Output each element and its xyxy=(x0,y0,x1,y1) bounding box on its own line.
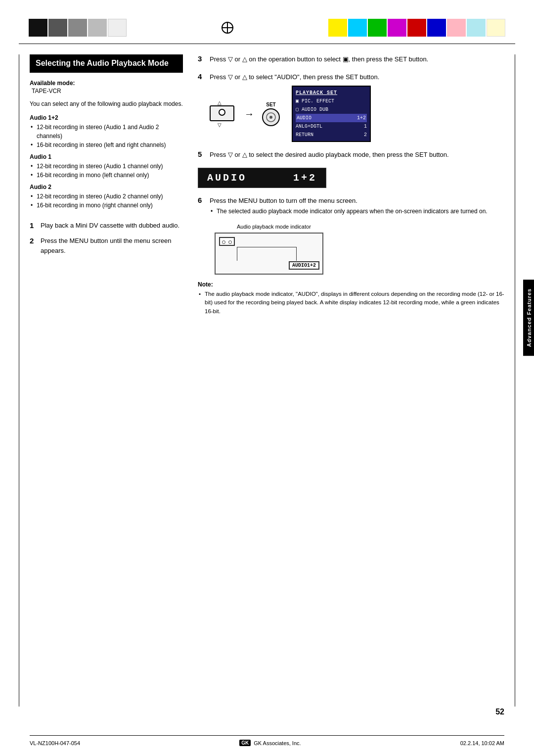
footer-center: GK GK Associates, Inc. xyxy=(239,740,301,746)
menu-row-anlg-label: ANLG+DGTL xyxy=(296,122,322,131)
step-4-block: 4 Press ▽ or △ to select "AUDIO", then p… xyxy=(198,72,504,142)
step-2-number: 2 xyxy=(30,236,38,245)
set-circle-button xyxy=(262,108,280,126)
step-4-number: 4 xyxy=(198,72,206,81)
step-5-number: 5 xyxy=(198,150,206,158)
crosshair-icon xyxy=(221,21,234,35)
section-title: Selecting the Audio Playback Mode xyxy=(36,58,177,69)
step-3-number: 3 xyxy=(198,54,206,63)
step-5-block: 5 Press ▽ or △ to select the desired aud… xyxy=(198,150,504,160)
indicator-label: Audio playback mode indicator xyxy=(237,224,504,230)
audio-mode-bullets-1plus2: 12-bit recording in stereo (Audio 1 and … xyxy=(30,123,183,149)
line-top xyxy=(237,247,297,247)
svg-point-4 xyxy=(269,116,272,119)
step-1-text: Play back a Mini DV cassette with dubbed… xyxy=(41,221,183,231)
audio-mode-bullets-1: 12-bit recording in stereo (Audio 1 chan… xyxy=(30,162,183,180)
note-section: Note: The audio playback mode indicator,… xyxy=(198,281,504,316)
set-button-area: SET xyxy=(262,102,280,126)
cb-darkgray xyxy=(48,19,67,37)
step-6-number: 6 xyxy=(198,196,206,204)
cb-pink xyxy=(447,19,466,37)
right-column: 3 Press ▽ or △ on the operation button t… xyxy=(198,54,504,707)
menu-row-anlg-value: 1 xyxy=(364,122,367,131)
menu-row-dub: ▢ AUDIO DUB xyxy=(296,105,367,114)
audio-mode-heading-1: Audio 1 xyxy=(30,153,183,160)
step-2-text: Press the MENU button until the menu scr… xyxy=(41,236,183,255)
menu-row-anlg: ANLG+DGTL 1 xyxy=(296,122,367,131)
available-mode-label: Available mode: xyxy=(30,80,183,87)
audio-display-label: AUDIO xyxy=(207,172,247,184)
menu-row-return: RETURN 2 xyxy=(296,131,367,139)
cb-magenta xyxy=(388,19,406,37)
color-bar-right xyxy=(328,19,505,37)
menu-row-return-label: RETURN xyxy=(296,131,313,139)
step-4-text: Press ▽ or △ to select "AUDIO", then pre… xyxy=(210,72,379,82)
menu-diagram: △ ▽ → SET xyxy=(210,86,504,142)
audio-mode-heading-1plus2: Audio 1+2 xyxy=(30,114,183,121)
vcr-schematic: △ ▽ xyxy=(210,100,236,127)
arrow-icon: → xyxy=(244,108,254,120)
cb-yellow xyxy=(328,19,347,37)
bullet-item: 16-bit recording in mono (left channel o… xyxy=(30,171,183,180)
footer-left: VL-NZ100H-047-054 xyxy=(30,740,80,746)
step-1-block: 1 Play back a Mini DV cassette with dubb… xyxy=(30,221,183,231)
step-3-block: 3 Press ▽ or △ on the operation button t… xyxy=(198,54,504,64)
menu-row-audio: AUDIO 1+2 xyxy=(296,114,367,122)
footer-doc-code: VL-NZ100H-047-054 xyxy=(30,740,80,746)
cb-gray xyxy=(68,19,87,37)
section-title-box: Selecting the Audio Playback Mode xyxy=(30,54,183,73)
cb-blue xyxy=(427,19,446,37)
indicator-screen-wrapper: AUDIO1+2 xyxy=(215,233,323,275)
step-6-block: 6 Press the MENU button to turn off the … xyxy=(198,196,504,216)
line-left xyxy=(237,247,237,261)
step-5-text: Press ▽ or △ to select the desired audio… xyxy=(210,150,449,160)
cb-lightyellow xyxy=(487,19,505,37)
audio-display-value: 1+2 xyxy=(293,172,317,184)
available-mode-value: TAPE-VCR xyxy=(30,88,183,94)
step-2-block: 2 Press the MENU button until the menu s… xyxy=(30,236,183,255)
advanced-features-tab: Advanced Features xyxy=(523,280,534,356)
gk-badge: GK xyxy=(239,740,251,746)
audio-mode-heading-2: Audio 2 xyxy=(30,184,183,190)
menu-title-row: PLAYBACK SET xyxy=(296,89,367,97)
left-border-line xyxy=(19,54,19,707)
onscreen-menu-container: PLAYBACK SET ▣ PIC. EFFECT ▢ AUDIO DUB A… xyxy=(292,86,371,142)
cb-lightcyan xyxy=(467,19,486,37)
right-border-line xyxy=(515,54,515,707)
footer-date: 02.2.14, 10:02 AM xyxy=(460,740,504,746)
cb-white xyxy=(108,19,127,37)
cb-lightgray xyxy=(88,19,107,37)
indicator-diagram-area: Audio playback mode indicator AUDIO1+2 xyxy=(210,224,504,276)
footer-right: 02.2.14, 10:02 AM xyxy=(460,740,504,746)
bullet-item: 16-bit recording in stereo (left and rig… xyxy=(30,141,183,149)
step-6-bullet: The selected audio playback mode indicat… xyxy=(210,207,504,216)
note-text: The audio playback mode indicator, "AUDI… xyxy=(198,290,504,316)
page-number: 52 xyxy=(495,708,504,716)
step-3-text: Press ▽ or △ on the operation button to … xyxy=(210,54,428,64)
indicator-screen: AUDIO1+2 xyxy=(215,233,323,275)
step-1-number: 1 xyxy=(30,221,38,230)
top-border-line xyxy=(19,44,515,44)
bullet-item: 16-bit recording in mono (right channel … xyxy=(30,201,183,210)
bullet-item: 12-bit recording in stereo (Audio 1 chan… xyxy=(30,162,183,171)
menu-row-audio-label: AUDIO xyxy=(297,114,312,122)
color-bar-left xyxy=(29,19,127,37)
step-6-text: Press the MENU button to turn off the me… xyxy=(210,196,357,206)
cb-black xyxy=(29,19,47,37)
cb-red xyxy=(407,19,426,37)
set-label: SET xyxy=(266,102,275,107)
line-right xyxy=(296,247,297,261)
bullet-item: 12-bit recording in stereo (Audio 1 and … xyxy=(30,123,183,141)
menu-row-pic-label: ▣ PIC. EFFECT xyxy=(296,97,334,105)
footer: VL-NZ100H-047-054 GK GK Associates, Inc.… xyxy=(30,735,504,746)
menu-row-return-value: 2 xyxy=(364,131,367,139)
set-button-icon xyxy=(266,112,276,123)
note-label: Note: xyxy=(198,281,504,288)
intro-text: You can select any of the following audi… xyxy=(30,99,183,108)
bullet-item: 12-bit recording in stereo (Audio 2 chan… xyxy=(30,192,183,201)
cassette-icon xyxy=(219,237,235,246)
footer-logo-area: GK GK Associates, Inc. xyxy=(239,740,301,746)
audio-display-bar: AUDIO 1+2 xyxy=(198,168,326,188)
crosshair-center xyxy=(127,21,328,35)
left-column: Selecting the Audio Playback Mode Availa… xyxy=(30,54,183,707)
